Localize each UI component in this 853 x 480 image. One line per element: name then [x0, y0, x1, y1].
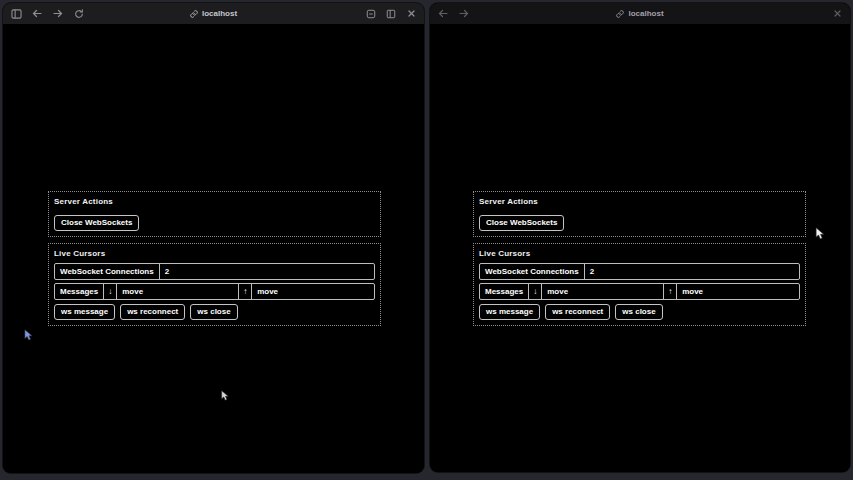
- ws-close-button[interactable]: ws close: [190, 304, 237, 320]
- connections-value: 2: [160, 264, 374, 279]
- arrow-up-icon: ↑: [663, 284, 677, 299]
- back-icon[interactable]: [31, 8, 43, 20]
- server-actions-title: Server Actions: [479, 197, 800, 206]
- page-menu-icon[interactable]: [365, 8, 377, 20]
- url-label: localhost: [628, 9, 663, 18]
- controls-panel: Server Actions Close WebSockets Live Cur…: [48, 191, 381, 326]
- incoming-message-value: move: [117, 284, 239, 299]
- outgoing-message-value: move: [252, 284, 374, 299]
- server-actions-group: Server Actions Close WebSockets: [48, 191, 381, 237]
- ws-close-button[interactable]: ws close: [615, 304, 662, 320]
- messages-label: Messages: [480, 284, 529, 299]
- live-cursors-group: Live Cursors WebSocket Connections 2 Mes…: [473, 243, 806, 326]
- url-label: localhost: [202, 9, 237, 18]
- titlebar[interactable]: localhost: [3, 3, 424, 24]
- ws-message-button[interactable]: ws message: [479, 304, 540, 320]
- page-content: Server Actions Close WebSockets Live Cur…: [3, 24, 424, 473]
- toolbar-left-group: [10, 8, 85, 20]
- arrow-down-icon: ↓: [529, 284, 542, 299]
- address-display[interactable]: localhost: [430, 3, 850, 24]
- live-cursors-title: Live Cursors: [54, 249, 375, 258]
- live-cursors-group: Live Cursors WebSocket Connections 2 Mes…: [48, 243, 381, 326]
- close-websockets-button[interactable]: Close WebSockets: [479, 215, 564, 231]
- connections-value: 2: [585, 264, 799, 279]
- messages-label: Messages: [55, 284, 104, 299]
- messages-row: Messages ↓ move ↑ move: [54, 283, 375, 300]
- ws-message-button[interactable]: ws message: [54, 304, 115, 320]
- server-actions-title: Server Actions: [54, 197, 375, 206]
- ws-reconnect-button[interactable]: ws reconnect: [545, 304, 610, 320]
- forward-icon[interactable]: [458, 8, 470, 20]
- link-icon: [616, 10, 624, 18]
- close-icon[interactable]: [405, 8, 417, 20]
- browser-window-right: localhost Server Actions Close WebSocket…: [429, 2, 851, 473]
- toolbar-right-group: [831, 8, 843, 20]
- toolbar-left-group: [437, 8, 470, 20]
- controls-panel: Server Actions Close WebSockets Live Cur…: [473, 191, 806, 326]
- server-actions-group: Server Actions Close WebSockets: [473, 191, 806, 237]
- ws-reconnect-button[interactable]: ws reconnect: [120, 304, 185, 320]
- incoming-message-value: move: [542, 284, 664, 299]
- outgoing-message-value: move: [677, 284, 799, 299]
- live-cursors-title: Live Cursors: [479, 249, 800, 258]
- connections-label: WebSocket Connections: [55, 264, 160, 279]
- toolbar-right-group: [365, 8, 417, 20]
- arrow-up-icon: ↑: [238, 284, 252, 299]
- titlebar[interactable]: localhost: [430, 3, 850, 24]
- reload-icon[interactable]: [73, 8, 85, 20]
- arrow-down-icon: ↓: [104, 284, 117, 299]
- page-content: Server Actions Close WebSockets Live Cur…: [430, 24, 850, 472]
- close-icon[interactable]: [831, 8, 843, 20]
- connections-label: WebSocket Connections: [480, 264, 585, 279]
- ws-buttons-row: ws message ws reconnect ws close: [54, 304, 375, 320]
- close-websockets-button[interactable]: Close WebSockets: [54, 215, 139, 231]
- connections-row: WebSocket Connections 2: [479, 263, 800, 280]
- browser-window-left: localhost Server Actions: [2, 2, 425, 474]
- connections-row: WebSocket Connections 2: [54, 263, 375, 280]
- sidebar-toggle-icon[interactable]: [10, 8, 22, 20]
- ws-buttons-row: ws message ws reconnect ws close: [479, 304, 800, 320]
- messages-row: Messages ↓ move ↑ move: [479, 283, 800, 300]
- split-view-icon[interactable]: [385, 8, 397, 20]
- forward-icon[interactable]: [52, 8, 64, 20]
- link-icon: [190, 10, 198, 18]
- back-icon[interactable]: [437, 8, 449, 20]
